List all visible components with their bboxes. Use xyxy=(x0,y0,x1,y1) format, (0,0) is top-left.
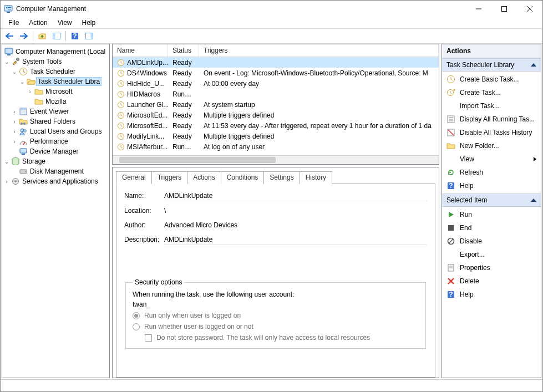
radio-filled-icon xyxy=(133,312,140,319)
task-row[interactable]: AMDLinkUp...Ready xyxy=(113,57,439,68)
task-row[interactable]: HidHide_U...ReadyAt 00:00 every day xyxy=(113,78,439,89)
action-properties[interactable]: Properties xyxy=(442,261,541,274)
check-no-store-password: Do not store password. The task will onl… xyxy=(133,334,419,342)
show-hide-console-tree-button[interactable] xyxy=(50,30,63,42)
action-create-task[interactable]: Create Task... xyxy=(442,86,541,99)
name-label: Name: xyxy=(124,192,164,201)
action-refresh[interactable]: Refresh xyxy=(442,166,541,179)
action-import-task[interactable]: Import Task... xyxy=(442,99,541,113)
svg-rect-52 xyxy=(448,225,454,231)
tab-settings[interactable]: Settings xyxy=(263,171,300,184)
expand-icon[interactable]: › xyxy=(11,119,18,125)
task-listview[interactable]: Name Status Triggers AMDLinkUp...ReadyDS… xyxy=(112,44,439,165)
tab-general[interactable]: General xyxy=(116,171,152,184)
expand-icon[interactable]: › xyxy=(3,179,10,185)
author-value: Advanced Micro Devices xyxy=(164,221,427,230)
collapse-icon[interactable]: ⌄ xyxy=(19,79,26,85)
action-help-selected[interactable]: ? Help xyxy=(442,288,541,301)
close-button[interactable] xyxy=(517,1,542,17)
tree-root[interactable]: Computer Management (Local xyxy=(2,47,109,57)
column-triggers[interactable]: Triggers xyxy=(199,44,439,57)
tree-task-scheduler-library[interactable]: ⌄ Task Scheduler Libra xyxy=(2,77,109,86)
tab-actions[interactable]: Actions xyxy=(187,171,221,184)
task-row[interactable]: MicrosoftEd...ReadyMultiple triggers def… xyxy=(113,110,439,120)
tree-storage[interactable]: ⌄ Storage xyxy=(2,156,109,166)
task-row[interactable]: ModifyLink...ReadyMultiple triggers defi… xyxy=(113,131,439,141)
action-new-folder[interactable]: New Folder... xyxy=(442,139,541,152)
column-status[interactable]: Status xyxy=(168,44,199,57)
tree-local-users-groups[interactable]: › Local Users and Groups xyxy=(2,126,109,136)
action-export[interactable]: Export... xyxy=(442,248,541,261)
services-icon xyxy=(11,177,20,186)
tree-disk-management[interactable]: Disk Management xyxy=(2,166,109,176)
tree-event-viewer[interactable]: › Event Viewer xyxy=(2,106,109,116)
tab-conditions[interactable]: Conditions xyxy=(221,171,265,184)
svg-text:?: ? xyxy=(73,32,77,40)
collapse-icon[interactable]: ⌄ xyxy=(3,159,10,165)
svg-rect-1 xyxy=(7,12,10,13)
action-display-running[interactable]: Display All Running Tas... xyxy=(442,113,541,126)
show-hide-action-pane-button[interactable] xyxy=(83,30,96,42)
tree-mozilla[interactable]: Mozilla xyxy=(2,96,109,106)
task-row[interactable]: MicrosoftEd...ReadyAt 11:53 every day - … xyxy=(113,120,439,131)
expand-icon[interactable]: › xyxy=(11,109,18,115)
column-name[interactable]: Name xyxy=(113,44,168,57)
actions-group-library[interactable]: Task Scheduler Library xyxy=(442,58,541,72)
task-triggers: Multiple triggers defined xyxy=(199,133,439,140)
action-view[interactable]: View xyxy=(442,152,541,166)
action-disable[interactable]: Disable xyxy=(442,235,541,248)
collapse-icon[interactable]: ⌄ xyxy=(3,59,10,65)
action-run[interactable]: Run xyxy=(442,208,541,221)
task-status: Ready xyxy=(168,111,199,119)
actions-pane: Actions Task Scheduler Library Create Ba… xyxy=(441,44,541,378)
clock-icon xyxy=(446,75,455,84)
tree-services-applications[interactable]: › Services and Applications xyxy=(2,176,109,186)
task-name: MicrosoftEd... xyxy=(127,122,168,130)
tree-task-scheduler[interactable]: ⌄ Task Scheduler xyxy=(2,67,109,77)
console-tree[interactable]: Computer Management (Local ⌄ System Tool… xyxy=(2,44,110,378)
caret-up-icon xyxy=(531,198,536,202)
status-bar xyxy=(1,379,542,391)
actions-group-selected[interactable]: Selected Item xyxy=(442,194,541,207)
author-label: Author: xyxy=(124,221,164,230)
menu-action[interactable]: Action xyxy=(24,18,52,28)
tab-history[interactable]: History xyxy=(300,171,332,184)
tree-device-manager[interactable]: Device Manager xyxy=(2,146,109,156)
expand-icon[interactable]: › xyxy=(11,139,18,145)
action-create-basic-task[interactable]: Create Basic Task... xyxy=(442,73,541,86)
listview-horizontal-scrollbar[interactable] xyxy=(113,155,439,164)
expand-icon[interactable]: › xyxy=(11,129,18,135)
menu-help[interactable]: Help xyxy=(78,18,100,28)
tree-shared-folders[interactable]: › Shared Folders xyxy=(2,116,109,126)
collapse-icon[interactable]: ⌄ xyxy=(11,69,18,75)
svg-rect-4 xyxy=(8,9,11,9)
task-row[interactable]: Launcher Gl...ReadyAt system startup xyxy=(113,99,439,110)
task-name: DS4Windows xyxy=(127,69,167,77)
action-help[interactable]: ? Help xyxy=(442,179,541,192)
minimize-button[interactable] xyxy=(466,1,491,17)
tree-system-tools[interactable]: ⌄ System Tools xyxy=(2,57,109,67)
maximize-button[interactable] xyxy=(491,1,517,17)
expand-icon[interactable]: › xyxy=(27,89,33,95)
clock-icon xyxy=(117,59,125,67)
tab-triggers[interactable]: Triggers xyxy=(151,171,188,184)
disable-icon xyxy=(446,237,455,246)
forward-button[interactable] xyxy=(17,30,31,42)
blank-icon xyxy=(446,250,455,259)
users-icon xyxy=(19,127,28,136)
clock-icon xyxy=(117,90,125,98)
action-disable-history[interactable]: Disable All Tasks History xyxy=(442,126,541,139)
stop-icon xyxy=(446,223,455,232)
task-row[interactable]: HIDMacrosRunning xyxy=(113,89,439,99)
menu-view[interactable]: View xyxy=(53,18,77,28)
action-delete[interactable]: Delete xyxy=(442,274,541,288)
help-toolbar-button[interactable]: ? xyxy=(68,30,82,42)
task-row[interactable]: DS4WindowsReadyOn event - Log: Microsoft… xyxy=(113,68,439,78)
action-end[interactable]: End xyxy=(442,221,541,235)
tree-performance[interactable]: › Performance xyxy=(2,136,109,146)
menu-file[interactable]: File xyxy=(4,18,23,28)
up-one-level-button[interactable] xyxy=(35,30,49,42)
task-row[interactable]: MSIAfterbur...RunningAt log on of any us… xyxy=(113,141,439,152)
tree-microsoft[interactable]: › Microsoft xyxy=(2,86,109,96)
back-button[interactable] xyxy=(3,30,16,42)
